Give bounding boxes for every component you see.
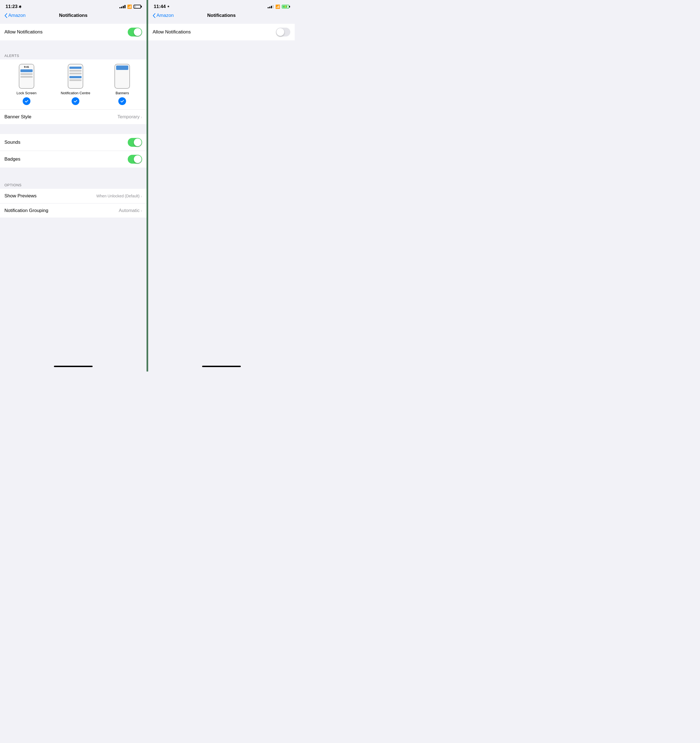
notification-grouping-value: Automatic › [118,208,142,213]
banners-item[interactable]: Banners [114,64,130,105]
checkmark-icon [73,99,78,104]
alerts-section-header: ALERTS [0,48,147,59]
section-gap-1 [0,124,147,134]
right-status-icons: 📶 ⚡ [268,4,289,9]
signal-icon [120,5,126,8]
allow-notifications-toggle[interactable] [128,28,142,37]
sounds-toggle[interactable] [128,138,142,147]
checkmark-icon [120,99,124,104]
banner-style-value: Temporary › [117,114,142,120]
location-icon [19,5,22,8]
notification-grouping-row[interactable]: Notification Grouping Automatic › [0,203,147,218]
notif-centre-mockup [68,64,83,89]
checkmark-icon [24,99,29,104]
wifi-icon: 📶 [275,4,280,9]
alerts-card: 9:41 Lock Screen [0,59,147,124]
chevron-left-icon [152,13,155,18]
home-bar [202,366,241,367]
svg-marker-1 [167,5,169,7]
left-nav-bar: Amazon Notifications [0,12,147,22]
lock-screen-mockup: 9:41 [19,64,34,89]
toggle-knob [277,28,284,36]
banners-check [118,97,126,105]
lock-screen-item[interactable]: 9:41 Lock Screen [16,64,37,105]
right-status-bar: 11:44 📶 ⚡ [148,0,295,12]
section-gap-2 [0,167,147,178]
wifi-icon: 📶 [127,4,132,9]
location-icon [167,5,170,8]
right-back-button[interactable]: Amazon [152,13,174,18]
toggle-knob [134,139,142,146]
banners-mockup [114,64,130,89]
chevron-right-icon: › [141,115,142,120]
notif-centre-check [72,97,79,105]
right-time: 11:44 [154,4,170,9]
lock-screen-check [23,97,30,105]
right-allow-notifications-toggle[interactable] [276,28,290,37]
left-nav-title: Notifications [59,13,87,18]
right-panel: 11:44 📶 ⚡ [148,0,295,372]
battery-icon: ⚡ [282,5,289,9]
left-time: 11:23 [6,4,22,9]
lightning-icon: ⚡ [284,5,287,8]
options-card: Show Previews When Unlocked (Default) › … [0,189,147,218]
allow-notifications-row: Allow Notifications [0,24,147,40]
show-previews-value: When Unlocked (Default) › [96,194,142,198]
right-content: Allow Notifications [148,22,295,363]
left-panel: 11:23 📶 A [0,0,147,372]
chevron-left-icon [4,13,7,18]
sounds-badges-card: Sounds Badges [0,134,147,167]
signal-icon [268,5,274,8]
left-home-indicator [0,363,147,372]
allow-notifications-card: Allow Notifications [0,24,147,40]
left-back-button[interactable]: Amazon [4,13,25,18]
chevron-right-icon: › [141,194,142,198]
left-status-bar: 11:23 📶 [0,0,147,12]
badges-row: Badges [0,151,147,167]
alerts-options-row: 9:41 Lock Screen [0,59,147,110]
badges-toggle[interactable] [128,155,142,164]
banner-style-row[interactable]: Banner Style Temporary › [0,110,147,124]
right-allow-notifications-row: Allow Notifications [148,24,295,40]
right-allow-notifications-card: Allow Notifications [148,24,295,40]
right-nav-bar: Amazon Notifications [148,12,295,22]
left-content: Allow Notifications ALERTS 9:41 [0,22,147,363]
right-nav-title: Notifications [207,13,236,18]
options-section-header: OPTIONS [0,178,147,189]
show-previews-row[interactable]: Show Previews When Unlocked (Default) › [0,189,147,203]
right-home-indicator [148,363,295,372]
left-status-icons: 📶 [120,4,141,9]
battery-icon [133,5,141,9]
home-bar [54,366,93,367]
toggle-knob [134,28,142,36]
notification-centre-item[interactable]: Notification Centre [61,64,90,105]
toggle-knob [134,155,142,163]
sounds-row: Sounds [0,134,147,151]
chevron-right-icon: › [141,208,142,213]
